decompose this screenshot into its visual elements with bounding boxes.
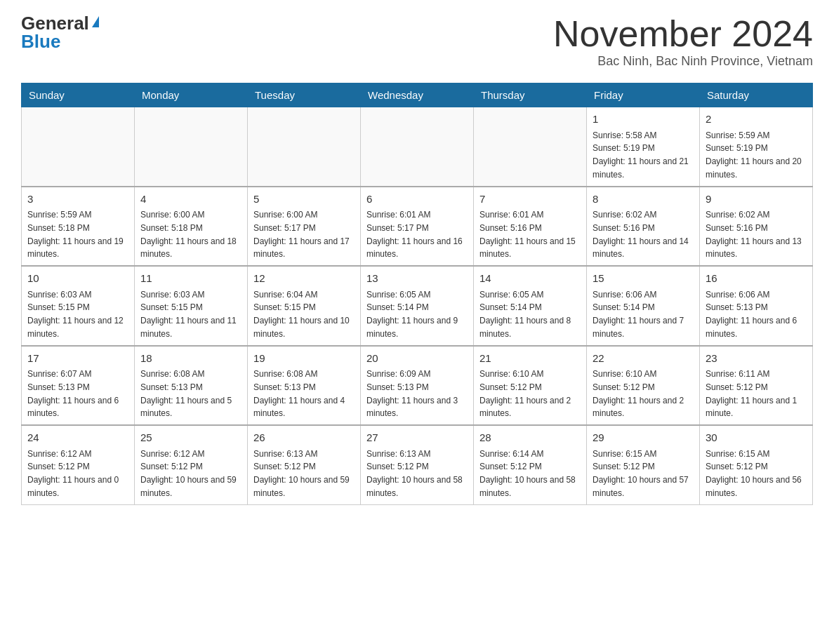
day-info: Sunrise: 5:58 AM Sunset: 5:19 PM Dayligh… [593,130,689,180]
day-info: Sunrise: 5:59 AM Sunset: 5:19 PM Dayligh… [706,130,802,180]
calendar-cell [361,107,474,187]
calendar-cell: 18Sunrise: 6:08 AM Sunset: 5:13 PM Dayli… [135,346,248,426]
day-of-week-header: Saturday [700,83,813,107]
day-info: Sunrise: 6:03 AM Sunset: 5:15 PM Dayligh… [27,290,124,339]
day-number: 30 [706,430,807,446]
calendar-cell: 11Sunrise: 6:03 AM Sunset: 5:15 PM Dayli… [135,266,248,346]
day-info: Sunrise: 6:04 AM Sunset: 5:15 PM Dayligh… [253,290,350,339]
calendar-cell: 24Sunrise: 6:12 AM Sunset: 5:12 PM Dayli… [22,425,135,504]
day-number: 4 [140,192,241,208]
day-info: Sunrise: 6:03 AM Sunset: 5:15 PM Dayligh… [140,290,237,339]
calendar-cell: 20Sunrise: 6:09 AM Sunset: 5:13 PM Dayli… [361,346,474,426]
location-text: Bac Ninh, Bac Ninh Province, Vietnam [553,54,813,69]
day-number: 22 [593,351,694,367]
day-info: Sunrise: 6:06 AM Sunset: 5:13 PM Dayligh… [706,290,797,339]
calendar-cell: 17Sunrise: 6:07 AM Sunset: 5:13 PM Dayli… [22,346,135,426]
day-number: 19 [253,351,355,367]
calendar-cell [248,107,361,187]
calendar-cell: 13Sunrise: 6:05 AM Sunset: 5:14 PM Dayli… [361,266,474,346]
day-of-week-header: Tuesday [248,83,361,107]
logo-general-text: General [21,14,89,32]
calendar-header-row: SundayMondayTuesdayWednesdayThursdayFrid… [22,83,813,107]
day-number: 7 [479,192,581,208]
day-of-week-header: Friday [587,83,700,107]
calendar-week-row: 10Sunrise: 6:03 AM Sunset: 5:15 PM Dayli… [22,266,813,346]
day-number: 12 [253,271,355,287]
calendar-cell: 30Sunrise: 6:15 AM Sunset: 5:12 PM Dayli… [700,425,813,504]
day-number: 13 [366,271,468,287]
day-info: Sunrise: 6:08 AM Sunset: 5:13 PM Dayligh… [140,369,232,418]
day-info: Sunrise: 6:10 AM Sunset: 5:12 PM Dayligh… [593,369,684,418]
calendar-cell: 10Sunrise: 6:03 AM Sunset: 5:15 PM Dayli… [22,266,135,346]
day-number: 6 [366,192,468,208]
month-title: November 2024 [553,14,813,54]
calendar-cell: 2Sunrise: 5:59 AM Sunset: 5:19 PM Daylig… [700,107,813,187]
calendar-week-row: 3Sunrise: 5:59 AM Sunset: 5:18 PM Daylig… [22,187,813,267]
day-info: Sunrise: 6:05 AM Sunset: 5:14 PM Dayligh… [366,290,458,339]
calendar-cell: 9Sunrise: 6:02 AM Sunset: 5:16 PM Daylig… [700,187,813,267]
title-block: November 2024 Bac Ninh, Bac Ninh Provinc… [553,14,813,69]
day-info: Sunrise: 6:15 AM Sunset: 5:12 PM Dayligh… [706,449,802,498]
calendar-week-row: 1Sunrise: 5:58 AM Sunset: 5:19 PM Daylig… [22,107,813,187]
calendar-cell: 27Sunrise: 6:13 AM Sunset: 5:12 PM Dayli… [361,425,474,504]
day-number: 20 [366,351,468,367]
day-number: 23 [706,351,807,367]
calendar-cell: 14Sunrise: 6:05 AM Sunset: 5:14 PM Dayli… [474,266,587,346]
day-info: Sunrise: 6:12 AM Sunset: 5:12 PM Dayligh… [140,449,237,498]
day-info: Sunrise: 6:00 AM Sunset: 5:17 PM Dayligh… [253,210,350,259]
day-info: Sunrise: 6:13 AM Sunset: 5:12 PM Dayligh… [366,449,463,498]
day-number: 18 [140,351,241,367]
calendar-cell: 28Sunrise: 6:14 AM Sunset: 5:12 PM Dayli… [474,425,587,504]
day-number: 16 [706,271,807,287]
page-header: General Blue November 2024 Bac Ninh, Bac… [21,14,813,69]
calendar-cell: 29Sunrise: 6:15 AM Sunset: 5:12 PM Dayli… [587,425,700,504]
calendar-cell [135,107,248,187]
day-info: Sunrise: 6:09 AM Sunset: 5:13 PM Dayligh… [366,369,458,418]
calendar-cell: 5Sunrise: 6:00 AM Sunset: 5:17 PM Daylig… [248,187,361,267]
day-number: 3 [27,192,128,208]
day-number: 10 [27,271,128,287]
calendar-week-row: 17Sunrise: 6:07 AM Sunset: 5:13 PM Dayli… [22,346,813,426]
calendar-cell: 19Sunrise: 6:08 AM Sunset: 5:13 PM Dayli… [248,346,361,426]
logo-triangle-icon [92,16,99,27]
day-info: Sunrise: 6:06 AM Sunset: 5:14 PM Dayligh… [593,290,684,339]
calendar-cell: 1Sunrise: 5:58 AM Sunset: 5:19 PM Daylig… [587,107,700,187]
day-info: Sunrise: 6:00 AM Sunset: 5:18 PM Dayligh… [140,210,237,259]
day-info: Sunrise: 6:11 AM Sunset: 5:12 PM Dayligh… [706,369,797,418]
calendar-table: SundayMondayTuesdayWednesdayThursdayFrid… [21,83,813,505]
calendar-cell: 15Sunrise: 6:06 AM Sunset: 5:14 PM Dayli… [587,266,700,346]
day-info: Sunrise: 6:05 AM Sunset: 5:14 PM Dayligh… [479,290,571,339]
calendar-cell: 26Sunrise: 6:13 AM Sunset: 5:12 PM Dayli… [248,425,361,504]
calendar-cell: 16Sunrise: 6:06 AM Sunset: 5:13 PM Dayli… [700,266,813,346]
day-info: Sunrise: 6:02 AM Sunset: 5:16 PM Dayligh… [593,210,689,259]
day-info: Sunrise: 5:59 AM Sunset: 5:18 PM Dayligh… [27,210,124,259]
logo-blue-text: Blue [21,32,60,51]
calendar-cell: 12Sunrise: 6:04 AM Sunset: 5:15 PM Dayli… [248,266,361,346]
calendar-cell: 25Sunrise: 6:12 AM Sunset: 5:12 PM Dayli… [135,425,248,504]
calendar-cell: 6Sunrise: 6:01 AM Sunset: 5:17 PM Daylig… [361,187,474,267]
day-number: 24 [27,430,128,446]
day-number: 27 [366,430,468,446]
calendar-cell: 8Sunrise: 6:02 AM Sunset: 5:16 PM Daylig… [587,187,700,267]
day-info: Sunrise: 6:01 AM Sunset: 5:17 PM Dayligh… [366,210,463,259]
day-number: 28 [479,430,581,446]
day-info: Sunrise: 6:08 AM Sunset: 5:13 PM Dayligh… [253,369,345,418]
day-number: 5 [253,192,355,208]
calendar-cell: 7Sunrise: 6:01 AM Sunset: 5:16 PM Daylig… [474,187,587,267]
day-number: 2 [706,112,807,128]
calendar-cell [22,107,135,187]
day-info: Sunrise: 6:10 AM Sunset: 5:12 PM Dayligh… [479,369,571,418]
day-of-week-header: Monday [135,83,248,107]
calendar-cell: 22Sunrise: 6:10 AM Sunset: 5:12 PM Dayli… [587,346,700,426]
calendar-cell: 23Sunrise: 6:11 AM Sunset: 5:12 PM Dayli… [700,346,813,426]
day-of-week-header: Sunday [22,83,135,107]
calendar-cell [474,107,587,187]
day-number: 1 [593,112,694,128]
day-number: 17 [27,351,128,367]
day-info: Sunrise: 6:01 AM Sunset: 5:16 PM Dayligh… [479,210,576,259]
calendar-cell: 3Sunrise: 5:59 AM Sunset: 5:18 PM Daylig… [22,187,135,267]
day-info: Sunrise: 6:13 AM Sunset: 5:12 PM Dayligh… [253,449,350,498]
day-number: 26 [253,430,355,446]
day-of-week-header: Wednesday [361,83,474,107]
day-info: Sunrise: 6:07 AM Sunset: 5:13 PM Dayligh… [27,369,119,418]
